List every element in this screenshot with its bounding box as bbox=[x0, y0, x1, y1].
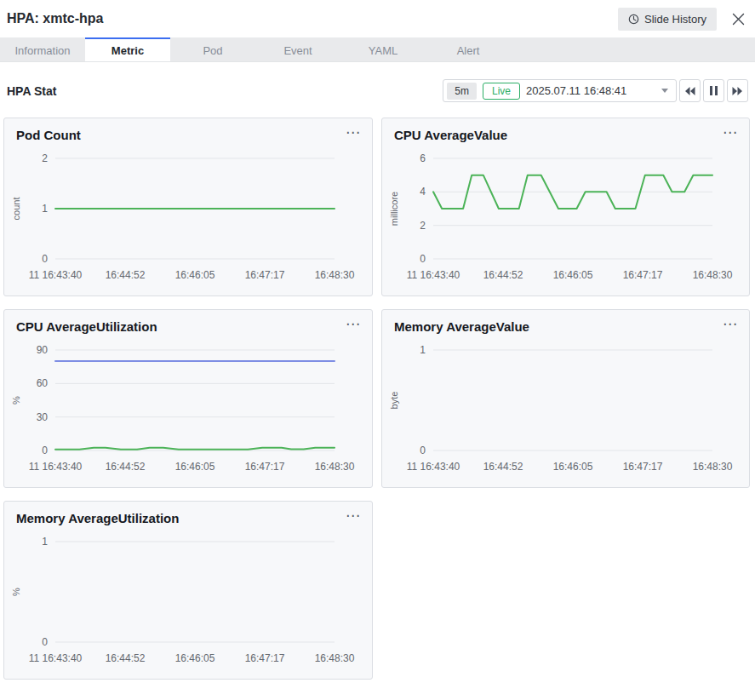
svg-text:90: 90 bbox=[37, 344, 49, 356]
svg-text:16:46:05: 16:46:05 bbox=[553, 269, 593, 281]
chart-title: Pod Count bbox=[16, 128, 344, 142]
section-title: HPA Stat bbox=[7, 84, 443, 98]
svg-text:16:44:52: 16:44:52 bbox=[483, 269, 523, 281]
svg-text:16:48:30: 16:48:30 bbox=[693, 461, 733, 473]
svg-text:16:44:52: 16:44:52 bbox=[483, 461, 523, 473]
svg-text:16:47:17: 16:47:17 bbox=[623, 269, 663, 281]
svg-text:16:47:17: 16:47:17 bbox=[245, 269, 285, 281]
svg-text:16:47:17: 16:47:17 bbox=[245, 652, 285, 664]
tab-event[interactable]: Event bbox=[255, 37, 340, 61]
pause-icon bbox=[710, 86, 718, 95]
chart-title: CPU AverageUtilization bbox=[16, 319, 344, 334]
time-range-selector[interactable]: 5m Live 2025.07.11 16:48:41 bbox=[443, 79, 677, 102]
chart-card-cpu-averagevalue: CPU AverageValue⋯0246millicore11 16:43:4… bbox=[381, 118, 750, 296]
chart-card-header: CPU AverageValue⋯ bbox=[382, 118, 749, 146]
chart-menu-button[interactable]: ⋯ bbox=[344, 319, 362, 330]
slide-history-label: Slide History bbox=[644, 13, 706, 26]
svg-text:16:46:05: 16:46:05 bbox=[553, 461, 593, 473]
svg-text:16:47:17: 16:47:17 bbox=[623, 461, 663, 473]
svg-text:1: 1 bbox=[42, 536, 48, 548]
svg-text:16:47:17: 16:47:17 bbox=[245, 461, 285, 473]
svg-text:16:44:52: 16:44:52 bbox=[106, 652, 146, 664]
svg-text:1: 1 bbox=[420, 344, 426, 356]
tab-alert[interactable]: Alert bbox=[426, 37, 511, 61]
tab-information[interactable]: Information bbox=[0, 37, 85, 61]
svg-text:11 16:43:40: 11 16:43:40 bbox=[29, 652, 83, 664]
chart-menu-button[interactable]: ⋯ bbox=[721, 128, 739, 138]
svg-text:%: % bbox=[11, 396, 21, 405]
chart-card-memory-averagevalue: Memory AverageValue⋯01byte11 16:43:4016:… bbox=[381, 309, 750, 488]
svg-text:4: 4 bbox=[420, 186, 426, 198]
fast-forward-icon bbox=[732, 87, 743, 95]
svg-text:30: 30 bbox=[37, 411, 49, 423]
tab-metric[interactable]: Metric bbox=[85, 37, 170, 61]
svg-text:16:48:30: 16:48:30 bbox=[693, 269, 733, 281]
chart-card-header: Pod Count⋯ bbox=[4, 118, 372, 146]
chart-title: Memory AverageValue bbox=[394, 319, 721, 334]
svg-text:16:48:30: 16:48:30 bbox=[315, 269, 355, 281]
chart-card-cpu-averageutilization: CPU AverageUtilization⋯0306090%11 16:43:… bbox=[3, 309, 373, 488]
toolbar: HPA Stat 5m Live 2025.07.11 16:48:41 bbox=[7, 79, 748, 102]
svg-text:count: count bbox=[11, 198, 21, 221]
chart-card-header: Memory AverageValue⋯ bbox=[382, 310, 749, 338]
chart-title: CPU AverageValue bbox=[394, 128, 721, 142]
chart-card-memory-averageutilization: Memory AverageUtilization⋯01%11 16:43:40… bbox=[3, 501, 373, 680]
svg-text:2: 2 bbox=[420, 220, 426, 232]
chart-plot-cpu-averagevalue: 0246millicore11 16:43:4016:44:5216:46:05… bbox=[382, 146, 749, 288]
svg-text:1: 1 bbox=[42, 203, 48, 215]
chart-title: Memory AverageUtilization bbox=[16, 511, 344, 525]
svg-text:0: 0 bbox=[420, 253, 426, 265]
svg-text:16:48:30: 16:48:30 bbox=[315, 461, 355, 473]
tab-pod[interactable]: Pod bbox=[170, 37, 255, 61]
svg-text:0: 0 bbox=[42, 253, 48, 265]
svg-text:60: 60 bbox=[37, 377, 49, 389]
slide-history-button[interactable]: Slide History bbox=[618, 8, 717, 31]
chart-card-header: Memory AverageUtilization⋯ bbox=[4, 502, 372, 530]
page-title: HPA: xmtc-hpa bbox=[7, 11, 618, 26]
chart-menu-button[interactable]: ⋯ bbox=[721, 319, 739, 330]
chart-menu-button[interactable]: ⋯ bbox=[344, 511, 362, 521]
tab-yaml[interactable]: YAML bbox=[340, 37, 426, 61]
window-header: HPA: xmtc-hpa Slide History bbox=[0, 0, 755, 37]
chart-plot-memory-averagevalue: 01byte11 16:43:4016:44:5216:46:0516:47:1… bbox=[382, 338, 749, 479]
svg-text:6: 6 bbox=[420, 152, 426, 164]
chart-plot-cpu-averageutilization: 0306090%11 16:43:4016:44:5216:46:0516:47… bbox=[4, 338, 371, 479]
pause-button[interactable] bbox=[703, 79, 724, 102]
svg-text:%: % bbox=[11, 588, 21, 596]
svg-text:11 16:43:40: 11 16:43:40 bbox=[29, 461, 83, 473]
rewind-icon bbox=[684, 87, 695, 95]
svg-text:16:44:52: 16:44:52 bbox=[106, 461, 146, 473]
svg-text:16:46:05: 16:46:05 bbox=[175, 652, 215, 664]
svg-text:0: 0 bbox=[420, 445, 426, 456]
svg-text:11 16:43:40: 11 16:43:40 bbox=[29, 269, 83, 281]
clock-icon bbox=[628, 14, 639, 25]
svg-text:16:46:05: 16:46:05 bbox=[175, 269, 215, 281]
svg-text:16:48:30: 16:48:30 bbox=[315, 652, 355, 664]
close-icon[interactable] bbox=[730, 11, 746, 27]
chevron-down-icon bbox=[661, 89, 668, 93]
svg-text:11 16:43:40: 11 16:43:40 bbox=[407, 461, 460, 473]
chart-plot-memory-averageutilization: 01%11 16:43:4016:44:5216:46:0516:47:1716… bbox=[4, 530, 371, 671]
chart-menu-button[interactable]: ⋯ bbox=[344, 128, 362, 138]
svg-text:11 16:43:40: 11 16:43:40 bbox=[407, 269, 460, 281]
svg-text:2: 2 bbox=[42, 152, 48, 164]
datetime-value: 2025.07.11 16:48:41 bbox=[526, 84, 652, 97]
rewind-button[interactable] bbox=[679, 79, 701, 102]
svg-text:byte: byte bbox=[389, 392, 399, 410]
svg-text:millicore: millicore bbox=[389, 192, 399, 226]
chart-grid: Pod Count⋯012count11 16:43:4016:44:5216:… bbox=[3, 118, 755, 680]
svg-text:16:44:52: 16:44:52 bbox=[106, 269, 146, 281]
tab-bar: InformationMetricPodEventYAMLAlert bbox=[0, 37, 755, 62]
svg-text:16:46:05: 16:46:05 bbox=[175, 461, 215, 473]
chart-card-pod-count: Pod Count⋯012count11 16:43:4016:44:5216:… bbox=[3, 118, 373, 296]
live-badge[interactable]: Live bbox=[483, 83, 520, 100]
chart-plot-pod-count: 012count11 16:43:4016:44:5216:46:0516:47… bbox=[4, 146, 371, 288]
svg-text:0: 0 bbox=[42, 636, 48, 648]
svg-text:0: 0 bbox=[42, 445, 48, 456]
chart-card-header: CPU AverageUtilization⋯ bbox=[4, 310, 372, 338]
range-badge[interactable]: 5m bbox=[447, 83, 477, 100]
fast-forward-button[interactable] bbox=[727, 79, 748, 102]
